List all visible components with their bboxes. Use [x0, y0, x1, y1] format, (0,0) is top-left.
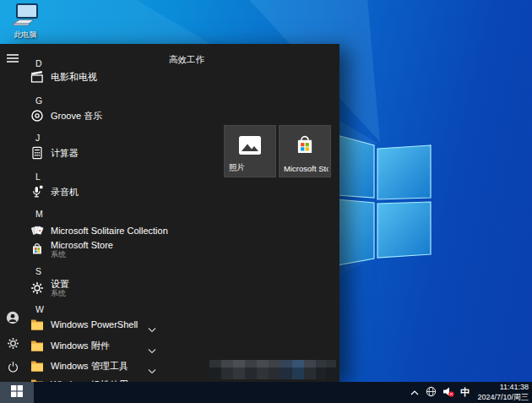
app-item-settings[interactable]: 设置 系统 — [0, 277, 166, 299]
app-item-solitaire[interactable]: Microsoft Solitaire Collection — [0, 221, 166, 240]
show-hidden-icons-button[interactable] — [410, 385, 420, 400]
ime-indicator[interactable]: 中 — [460, 386, 470, 399]
folder-icon — [30, 359, 44, 373]
taskbar-clock[interactable]: 11:41:38 2024/7/10/周三 — [477, 383, 529, 402]
app-item-groove-music[interactable]: Groove 音乐 — [0, 106, 166, 125]
desktop-icon-label: 此电脑 — [14, 30, 37, 41]
chevron-down-icon[interactable] — [148, 321, 156, 328]
store-icon — [30, 242, 44, 256]
system-tray: 中 11:41:38 2024/7/10/周三 — [410, 383, 532, 402]
folder-item-windows-powershell[interactable]: Windows PowerShell — [0, 315, 166, 334]
app-item-voice-recorder[interactable]: 录音机 — [0, 182, 166, 201]
tile-group-header[interactable]: 高效工作 — [169, 54, 204, 66]
folder-icon — [30, 318, 44, 331]
app-list-header-m[interactable]: M — [0, 204, 166, 223]
folder-icon — [30, 339, 44, 352]
taskbar: 中 11:41:38 2024/7/10/周三 — [0, 382, 532, 403]
movies-tv-icon — [30, 70, 44, 84]
settings-gear-icon — [30, 281, 44, 295]
tile-microsoft-store[interactable]: Microsoft Store — [279, 125, 331, 177]
clock-date: 2024/7/10/周三 — [477, 393, 529, 402]
clock-time: 11:41:38 — [477, 383, 529, 392]
solitaire-icon — [30, 224, 44, 237]
start-menu: D 电影和电视 G Groove 音乐 J — [0, 44, 339, 382]
app-item-calculator[interactable]: 计算器 — [0, 144, 166, 162]
windows-logo-icon — [11, 385, 23, 400]
volume-muted-icon[interactable] — [442, 385, 454, 400]
chevron-down-icon[interactable] — [148, 342, 156, 349]
app-item-subtitle: 系统 — [51, 289, 69, 297]
folder-item-windows-admin-tools[interactable]: Windows 管理工具 — [0, 357, 166, 375]
desktop-icon-this-pc[interactable]: 此电脑 — [4, 3, 46, 41]
app-item-subtitle: 系统 — [51, 250, 113, 259]
folder-item-windows-ease-of-access[interactable]: Windows 轻松使用 — [0, 375, 166, 382]
network-globe-icon[interactable] — [426, 385, 437, 400]
store-icon — [294, 134, 316, 160]
folder-item-windows-accessories[interactable]: Windows 附件 — [0, 336, 166, 355]
groove-music-icon — [30, 109, 44, 123]
tile-photos[interactable]: 照片 — [224, 125, 276, 177]
calculator-icon — [30, 146, 44, 160]
start-button[interactable] — [0, 382, 34, 403]
photos-icon — [238, 135, 262, 159]
desktop: 此电脑 — [0, 0, 532, 403]
this-pc-icon — [10, 3, 41, 29]
pixelated-watermark — [209, 360, 336, 379]
app-item-microsoft-store[interactable]: Microsoft Store 系统 — [0, 238, 166, 260]
chevron-down-icon[interactable] — [148, 362, 156, 369]
app-item-movies-tv[interactable]: 电影和电视 — [0, 68, 166, 86]
voice-recorder-icon — [30, 185, 44, 199]
